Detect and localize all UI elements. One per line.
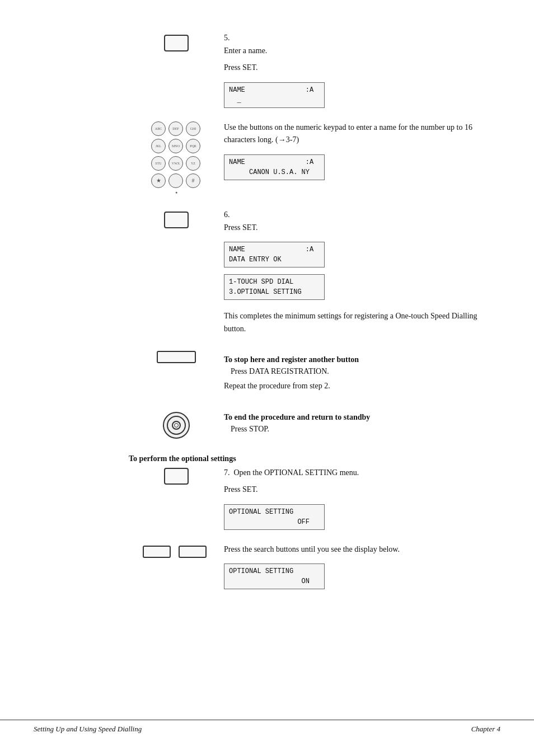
lcd-display-step6b: 1-TOUCH SPD DIAL 3.OPTIONAL SETTING xyxy=(224,274,325,300)
key-stu: STU xyxy=(151,156,166,171)
lcd-opt1-line2: OFF xyxy=(229,517,320,527)
stop-here-label: To stop here and register another button xyxy=(224,355,500,364)
optional-label: To perform the optional settings xyxy=(129,454,500,463)
set-button-step5 xyxy=(164,35,189,51)
keypad-dot: ● xyxy=(175,190,177,195)
end-procedure-sub: Press STOP. xyxy=(231,423,500,435)
step7-press-set: Press SET. xyxy=(224,483,500,496)
data-reg-button xyxy=(157,351,196,363)
stop-button xyxy=(163,412,190,439)
lcd-display-step6a: NAME :A DATA ENTRY OK xyxy=(224,242,325,267)
step6-completes: This completes the minimum settings for … xyxy=(224,310,500,335)
footer: Setting Up and Using Speed Dialling Chap… xyxy=(0,720,534,734)
step6-number: 6. xyxy=(224,210,500,219)
lcd-opt2-line1: OPTIONAL SETTING xyxy=(229,566,320,576)
key-star: ★ xyxy=(151,173,166,188)
lcd5a-line1: NAME :A xyxy=(229,85,320,95)
stop-button-inner xyxy=(167,416,186,435)
lcd6b-line1: 1-TOUCH SPD DIAL xyxy=(229,277,320,287)
search-text: Press the search buttons until you see t… xyxy=(224,543,500,556)
lcd-display-step5b: NAME :A CANON U.S.A. NY xyxy=(224,154,325,180)
step5-number: 5. xyxy=(224,34,500,43)
stop-icon xyxy=(172,421,181,430)
lcd-optional-2: OPTIONAL SETTING ON xyxy=(224,564,325,589)
optional-section: To perform the optional settings 7. Open… xyxy=(129,454,500,593)
step5-instruction: Enter a name. xyxy=(224,45,500,57)
step6-instruction: Press SET. xyxy=(224,222,500,234)
search-button-right xyxy=(179,546,207,558)
key-empty xyxy=(168,173,183,188)
footer-left-text: Setting Up and Using Speed Dialling xyxy=(34,725,142,734)
stop-here-sub: Press DATA REGISTRATION. xyxy=(231,365,500,378)
key-pqr: PQR xyxy=(186,139,200,153)
set-button-step7 xyxy=(164,468,189,485)
lcd6a-line2: DATA ENTRY OK xyxy=(229,255,320,265)
set-button-step6 xyxy=(164,212,189,228)
step7-text: Open the OPTIONAL SETTING menu. xyxy=(234,468,359,477)
key-hash: # xyxy=(186,173,200,188)
lcd-optional-1: OPTIONAL SETTING OFF xyxy=(224,504,325,530)
search-button-left xyxy=(143,546,171,558)
key-jkl: JKL xyxy=(151,139,166,153)
step7-number: 7. xyxy=(224,468,230,477)
page: 5. Enter a name. Press SET. NAME :A _ xyxy=(0,0,534,756)
step7-line: 7. Open the OPTIONAL SETTING menu. xyxy=(224,467,500,479)
key-vwx: VWX xyxy=(168,156,183,171)
lcd5b-line2: CANON U.S.A. NY xyxy=(229,167,320,177)
key-abc: ABC xyxy=(151,121,166,136)
footer-right-text: Chapter 4 xyxy=(471,725,500,734)
key-ghi: GHI xyxy=(186,121,200,136)
key-yz: YZ xyxy=(186,156,200,171)
lcd5b-line1: NAME :A xyxy=(229,157,320,167)
lcd6a-line1: NAME :A xyxy=(229,245,320,255)
stop-icon-inner xyxy=(174,423,179,428)
lcd-opt1-line1: OPTIONAL SETTING xyxy=(229,507,320,517)
key-mno: MNO xyxy=(168,139,183,153)
lcd-opt2-line2: ON xyxy=(229,576,320,586)
lcd-display-step5a: NAME :A _ xyxy=(224,82,325,108)
lcd5a-line2: _ xyxy=(229,95,320,105)
numeric-keypad: ABC DEF GHI JKL MNO xyxy=(151,121,202,189)
step5-press-set: Press SET. xyxy=(224,62,500,74)
lcd6b-line2: 3.OPTIONAL SETTING xyxy=(229,287,320,297)
stop-here-repeat: Repeat the procedure from step 2. xyxy=(224,380,500,392)
key-def: DEF xyxy=(168,121,183,136)
end-procedure-label: To end the procedure and return to stand… xyxy=(224,413,500,422)
use-buttons-text: Use the buttons on the numeric keypad to… xyxy=(224,121,500,147)
